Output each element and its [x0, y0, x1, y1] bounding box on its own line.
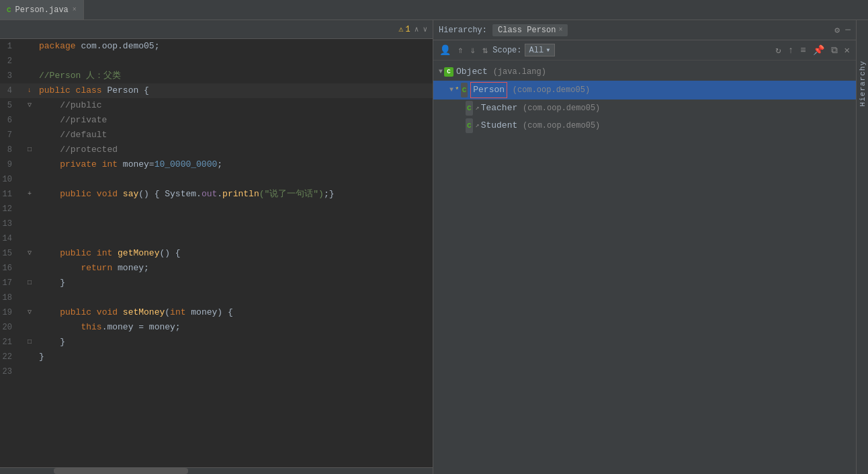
tree-item-person[interactable]: ▼ * C Person (com.oop.demo05): [433, 81, 856, 100]
line-content-8: //protected: [39, 143, 433, 157]
tree-item-teacher[interactable]: C ↗ Teacher (com.oop.demo05): [433, 100, 856, 117]
code-line-9: 9 private int money=10_0000_0000;: [0, 157, 433, 172]
warning-count: 1: [406, 25, 410, 34]
minimize-icon[interactable]: ─: [845, 25, 851, 35]
gutter-1: [20, 39, 39, 54]
line-number-22: 22: [0, 350, 20, 364]
hierarchy-tree[interactable]: ▼ C Object (java.lang) ▼ * C Person (com…: [433, 61, 856, 474]
student-class-icon: C: [466, 118, 473, 133]
code-line-17: 17 □ }: [0, 276, 433, 290]
gutter-20: [20, 320, 39, 335]
code-line-16: 16 return money;: [0, 261, 433, 276]
person-class-icon: C: [461, 83, 468, 97]
dropdown-arrow-icon: ▾: [546, 45, 550, 55]
tree-item-student[interactable]: C ↗ Student (com.oop.demo05): [433, 117, 856, 134]
line-number-14: 14: [0, 231, 20, 246]
hierarchy-header: Hierarchy: Class Person × ⚙ ─: [433, 20, 856, 40]
gutter-19: ▽: [20, 305, 39, 320]
line-content-6: //private: [39, 113, 433, 128]
teacher-link-icon: ↗: [476, 101, 480, 116]
line-number-2: 2: [0, 54, 20, 69]
object-name: Object: [456, 65, 488, 79]
main-layout: ⚠ 1 ∧ ∨ 1 package com.oop.demo05; 2: [0, 20, 868, 474]
line-content-20: this.money = money;: [39, 320, 433, 335]
expand-icon-11: +: [28, 187, 32, 202]
line-number-3: 3: [0, 69, 20, 83]
line-content-5: //public: [39, 98, 433, 113]
hierarchy-panel: Hierarchy: Class Person × ⚙ ─ 👤 ⇑ ⇓ ⇅ Sc…: [433, 20, 856, 474]
line-number-23: 23: [0, 364, 20, 379]
code-line-8: 8 □ //protected: [0, 143, 433, 157]
code-line-11: 11 + public void say() { System.out.prin…: [0, 187, 433, 202]
code-line-19: 19 ▽ public void setMoney(int money) {: [0, 305, 433, 320]
hierarchy-tab-close[interactable]: ×: [558, 26, 562, 34]
teacher-name: Teacher: [481, 101, 518, 116]
code-editor-content[interactable]: 1 package com.oop.demo05; 2 3 //Person 人…: [0, 39, 433, 467]
open-editor-button[interactable]: ⧉: [829, 44, 840, 56]
tree-item-object[interactable]: ▼ C Object (java.lang): [433, 63, 856, 81]
line-content-1: package com.oop.demo05;: [39, 39, 433, 54]
code-line-20: 20 this.money = money;: [0, 320, 433, 335]
vertical-tab-label[interactable]: Hierarchy: [859, 61, 867, 106]
code-line-1: 1 package com.oop.demo05;: [0, 39, 433, 54]
scrollbar-thumb[interactable]: [54, 468, 188, 474]
gutter-12: [20, 202, 39, 216]
tab-close-button[interactable]: ×: [73, 6, 77, 13]
hierarchy-label: Hierarchy:: [439, 26, 487, 35]
gutter-9: [20, 157, 39, 172]
collapse-all-button[interactable]: ≡: [798, 44, 808, 56]
code-line-18: 18: [0, 290, 433, 305]
scope-dropdown[interactable]: All ▾: [525, 44, 556, 56]
code-line-15: 15 ▽ public int getMoney() {: [0, 246, 433, 261]
code-line-4: 4 ↓ public class Person {: [0, 83, 433, 98]
sort-button[interactable]: ⇅: [480, 44, 490, 56]
line-content-19: public void setMoney(int money) {: [39, 305, 433, 320]
code-line-5: 5 ▽ //public: [0, 98, 433, 113]
code-toolbar: ⚠ 1 ∧ ∨: [0, 20, 433, 39]
hierarchy-toolbar: 👤 ⇑ ⇓ ⇅ Scope: All ▾ ↻ ↑ ≡ 📌 ⧉ ✕: [433, 40, 856, 61]
collapse-icon-21: □: [28, 335, 32, 350]
line-content-3: //Person 人：父类: [39, 69, 433, 83]
vertical-sidebar-tab[interactable]: Hierarchy: [856, 20, 868, 474]
teacher-pkg: (com.oop.demo05): [523, 101, 600, 116]
line-number-16: 16: [0, 261, 20, 276]
gutter-13: [20, 216, 39, 231]
line-number-11: 11: [0, 187, 20, 202]
gutter-17: □: [20, 276, 39, 290]
line-number-4: 4: [0, 83, 20, 98]
expand-all-button[interactable]: ↑: [786, 44, 795, 56]
warning-down-arrow[interactable]: ∨: [423, 25, 427, 34]
scope-label: Scope:: [492, 46, 521, 55]
collapse-icon-15: ▽: [28, 246, 32, 261]
line-content-15: public int getMoney() {: [39, 246, 433, 261]
warning-up-arrow[interactable]: ∧: [415, 25, 419, 34]
collapse-icon-8: □: [28, 143, 32, 157]
modified-indicator: *: [455, 83, 460, 97]
code-lines-container: 1 package com.oop.demo05; 2 3 //Person 人…: [0, 39, 433, 467]
gutter-7: [20, 128, 39, 143]
collapse-icon-5: ▽: [28, 98, 32, 113]
subtypes-button[interactable]: ⇓: [468, 44, 477, 56]
code-line-7: 7 //default: [0, 128, 433, 143]
refresh-button[interactable]: ↻: [773, 44, 783, 56]
hierarchy-tab[interactable]: Class Person ×: [492, 24, 568, 36]
gutter-15: ▽: [20, 246, 39, 261]
horizontal-scrollbar[interactable]: [0, 467, 433, 474]
collapse-icon-17: □: [28, 276, 32, 290]
student-name: Student: [481, 118, 518, 133]
code-line-13: 13: [0, 216, 433, 231]
supertypes-button[interactable]: ⇑: [455, 44, 465, 56]
gutter-23: [20, 364, 39, 379]
code-line-10: 10: [0, 172, 433, 187]
line-number-19: 19: [0, 305, 20, 320]
student-pkg: (com.oop.demo05): [523, 118, 600, 133]
code-line-23: 23: [0, 364, 433, 379]
pin-button[interactable]: 📌: [811, 44, 826, 56]
line-content-17: }: [39, 276, 433, 290]
java-file-icon: C: [7, 6, 11, 14]
close-button[interactable]: ✕: [842, 44, 852, 56]
file-tab[interactable]: C Person.java ×: [0, 0, 84, 19]
line-number-15: 15: [0, 246, 20, 261]
settings-icon[interactable]: ⚙: [834, 25, 840, 36]
locate-button[interactable]: 👤: [437, 44, 453, 56]
